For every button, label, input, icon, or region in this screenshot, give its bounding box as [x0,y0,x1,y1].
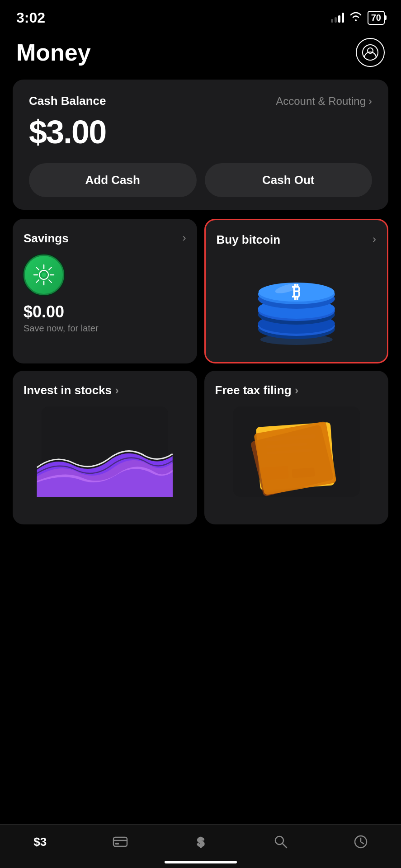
svg-rect-37 [115,843,119,844]
history-icon [352,833,370,851]
header: Money [0,27,401,74]
svg-line-9 [49,280,52,283]
svg-line-11 [36,280,39,283]
status-icons: 70 [331,11,385,25]
cash-balance-card: Cash Balance Account & Routing › $3.00 A… [13,80,388,210]
feature-grid-row1: Savings › $0.00 [13,219,388,363]
svg-line-8 [36,267,39,270]
tax-card[interactable]: Free tax filing › [204,371,389,524]
battery-icon: 70 [368,11,385,25]
svg-line-10 [49,267,52,270]
cash-out-button[interactable]: Cash Out [205,163,373,197]
bitcoin-illustration: ₿ [217,256,377,346]
stocks-illustration [24,406,186,497]
buy-bitcoin-card[interactable]: Buy bitcoin › [204,219,389,363]
savings-title: Savings [24,231,69,245]
bitcoin-chevron-icon: › [373,233,376,245]
page-title: Money [16,39,91,66]
nav-search[interactable] [241,833,321,851]
status-time: 3:02 [16,9,45,26]
svg-rect-35 [113,837,127,846]
dollar-icon: $ [192,833,210,851]
nav-dollar[interactable]: $ [160,833,241,851]
wifi-icon [349,11,362,24]
savings-chevron-icon: › [183,231,186,244]
add-cash-button[interactable]: Add Cash [29,163,197,197]
chevron-right-icon: › [368,95,372,108]
savings-amount: $0.00 [24,302,186,321]
main-content: Cash Balance Account & Routing › $3.00 A… [0,74,401,537]
cash-amount: $3.00 [29,113,372,151]
svg-point-3 [42,273,46,277]
feature-grid-row2: Invest in stocks › [13,371,388,524]
tax-chevron-inline: › [295,383,299,397]
svg-text:$: $ [197,835,204,849]
tax-illustration [215,406,378,497]
savings-card[interactable]: Savings › $0.00 [13,219,197,363]
stocks-chevron-inline: › [115,383,119,397]
cash-balance-header: Cash Balance Account & Routing › [29,94,372,108]
search-icon [272,833,290,851]
account-routing-link[interactable]: Account & Routing › [276,95,372,108]
status-bar: 3:02 70 [0,0,401,27]
svg-rect-34 [254,421,337,495]
stocks-title: Invest in stocks › [24,383,119,397]
svg-line-40 [283,844,287,848]
cash-actions: Add Cash Cash Out [29,163,372,197]
nav-card[interactable] [80,833,160,851]
home-indicator [165,861,237,863]
nav-balance-amount: $3 [33,835,47,849]
stocks-card[interactable]: Invest in stocks › [13,371,197,524]
card-icon [111,833,129,851]
nav-history[interactable] [321,833,401,851]
nav-balance[interactable]: $3 [0,835,80,849]
tax-title: Free tax filing › [215,383,299,397]
savings-subtitle: Save now, for later [24,323,186,334]
bitcoin-title: Buy bitcoin [217,233,281,247]
signal-icon [331,13,344,23]
savings-icon [24,255,64,295]
cash-balance-label: Cash Balance [29,94,106,108]
profile-button[interactable] [356,38,385,67]
